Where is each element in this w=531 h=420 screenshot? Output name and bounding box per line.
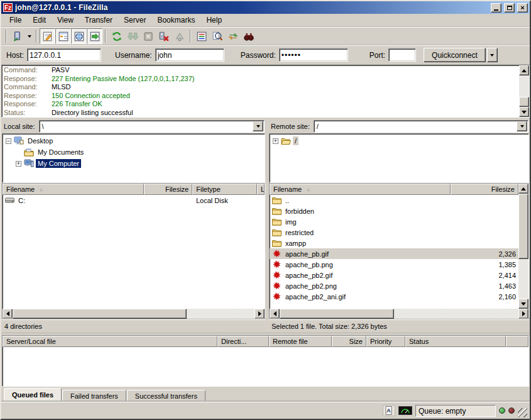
- tab-queued-files[interactable]: Queued files: [4, 388, 62, 402]
- file-row[interactable]: forbidden: [270, 206, 518, 216]
- toolbar-separator: [6, 30, 7, 43]
- menu-bookmarks[interactable]: Bookmarks: [151, 14, 200, 26]
- find-files-button[interactable]: [241, 28, 256, 44]
- column-header-remote-file[interactable]: Remote file: [269, 336, 332, 347]
- remote-vertical-scrollbar[interactable]: [518, 184, 528, 309]
- scroll-thumb[interactable]: [280, 309, 394, 319]
- menu-transfer[interactable]: Transfer: [79, 14, 118, 26]
- column-header-server-local-file[interactable]: Server/Local file: [3, 336, 217, 347]
- toggle-local-tree-button[interactable]: [55, 28, 71, 44]
- file-row-c-drive[interactable]: C: Local Disk: [3, 195, 265, 206]
- host-input[interactable]: [27, 48, 101, 62]
- scroll-down-button[interactable]: [519, 107, 529, 117]
- file-row[interactable]: apache_pb.png 1,385: [270, 259, 518, 270]
- file-row[interactable]: img: [270, 216, 518, 227]
- remote-site-combobox[interactable]: /: [314, 120, 528, 133]
- file-row[interactable]: apache_pb2_ani.gif 2,160: [270, 291, 518, 302]
- process-queue-button[interactable]: [124, 28, 140, 44]
- menu-help[interactable]: Help: [200, 14, 227, 26]
- column-header-priority[interactable]: Priority: [366, 336, 405, 347]
- scroll-thumb[interactable]: [519, 97, 529, 107]
- tab-failed-transfers[interactable]: Failed transfers: [62, 390, 126, 402]
- local-site-label: Local site:: [3, 123, 36, 130]
- quickconnect-dropdown-button[interactable]: [487, 48, 498, 62]
- close-button[interactable]: ×: [517, 3, 528, 13]
- scroll-track[interactable]: [280, 309, 518, 319]
- column-header-status[interactable]: Status: [405, 336, 506, 347]
- file-row-selected[interactable]: apache_pb.gif 2,326: [270, 248, 518, 259]
- disconnect-button[interactable]: [156, 28, 172, 44]
- column-header-filename[interactable]: Filename▵: [3, 184, 144, 195]
- file-row[interactable]: apache_pb2.png 1,463: [270, 280, 518, 291]
- tree-item-my-documents[interactable]: My Documents: [14, 146, 265, 158]
- collapse-icon[interactable]: −: [6, 138, 11, 144]
- titlebar: Fz john@127.0.0.1 - FileZilla ×: [1, 1, 530, 14]
- column-header-size[interactable]: Size: [332, 336, 366, 347]
- close-icon: ×: [520, 4, 524, 11]
- filter-button[interactable]: [194, 28, 209, 44]
- scroll-track[interactable]: [13, 309, 255, 319]
- scroll-thumb[interactable]: [13, 309, 187, 319]
- expand-icon[interactable]: +: [16, 161, 21, 167]
- column-header-direction[interactable]: Directi...: [217, 336, 269, 347]
- tab-successful-transfers[interactable]: Successful transfers: [127, 390, 205, 402]
- tree-item-root[interactable]: + /: [271, 135, 528, 146]
- scroll-track[interactable]: [519, 75, 529, 107]
- sort-ascending-icon: ▵: [307, 186, 310, 192]
- file-row[interactable]: ..: [270, 195, 518, 206]
- file-row[interactable]: apache_pb2.gif 2,414: [270, 270, 518, 280]
- toolbar-separator: [105, 30, 106, 43]
- tree-item-my-computer[interactable]: + My Computer: [14, 158, 265, 169]
- scroll-thumb[interactable]: [518, 194, 528, 259]
- file-row[interactable]: xampp: [270, 238, 518, 248]
- synchronized-browsing-button[interactable]: [225, 28, 241, 44]
- menu-edit[interactable]: Edit: [27, 14, 52, 26]
- scroll-down-button[interactable]: [518, 299, 528, 309]
- local-horizontal-scrollbar[interactable]: [3, 309, 265, 319]
- port-input[interactable]: [388, 48, 416, 62]
- minimize-button[interactable]: [491, 3, 501, 13]
- arrow-up-icon: [522, 67, 527, 72]
- site-manager-button[interactable]: [9, 28, 25, 44]
- scroll-left-button[interactable]: [3, 309, 13, 319]
- menu-file[interactable]: File: [4, 14, 27, 26]
- remote-horizontal-scrollbar[interactable]: [270, 309, 528, 319]
- resize-grip[interactable]: [518, 408, 527, 417]
- reconnect-button[interactable]: [172, 28, 187, 44]
- main-panes: Local site: \ − Desktop: [1, 118, 530, 333]
- refresh-button[interactable]: [109, 28, 124, 44]
- column-header-filesize[interactable]: Filesize: [144, 184, 192, 195]
- directory-comparison-button[interactable]: [209, 28, 225, 44]
- remote-site-dropdown-button[interactable]: [517, 121, 527, 131]
- scroll-left-button[interactable]: [270, 309, 280, 319]
- local-site-combobox[interactable]: \: [39, 120, 265, 133]
- log-scrollbar[interactable]: [519, 65, 529, 117]
- expand-icon[interactable]: +: [273, 138, 278, 144]
- maximize-button[interactable]: [504, 3, 515, 13]
- scroll-track[interactable]: [518, 194, 528, 299]
- menu-view[interactable]: View: [52, 14, 79, 26]
- cancel-operation-button[interactable]: [140, 28, 156, 44]
- scroll-right-button[interactable]: [255, 309, 265, 319]
- tree-item-desktop[interactable]: − Desktop: [4, 135, 265, 146]
- scroll-up-button[interactable]: [519, 65, 529, 75]
- menu-server[interactable]: Server: [118, 14, 151, 26]
- scroll-right-button[interactable]: [518, 309, 528, 319]
- column-header-filetype[interactable]: Filetype: [192, 184, 257, 195]
- remote-site-row: Remote site: /: [268, 119, 530, 133]
- toggle-transfer-queue-button[interactable]: [87, 28, 102, 44]
- username-input[interactable]: [155, 48, 224, 62]
- speed-limits-icon[interactable]: [398, 406, 412, 415]
- quickconnect-button[interactable]: Quickconnect: [424, 48, 486, 62]
- toggle-message-log-button[interactable]: [40, 28, 55, 44]
- site-manager-dropdown-button[interactable]: [25, 28, 33, 44]
- column-header-filesize[interactable]: Filesize: [451, 184, 518, 195]
- file-row[interactable]: restricted: [270, 227, 518, 238]
- column-header-filename[interactable]: Filename▵: [270, 184, 451, 195]
- toggle-remote-tree-button[interactable]: [71, 28, 87, 44]
- local-site-dropdown-button[interactable]: [253, 121, 263, 131]
- transfer-type-indicator[interactable]: A: [383, 405, 395, 416]
- password-input[interactable]: [279, 48, 348, 62]
- scroll-up-button[interactable]: [518, 184, 528, 194]
- column-header-last-modified[interactable]: L: [257, 184, 265, 195]
